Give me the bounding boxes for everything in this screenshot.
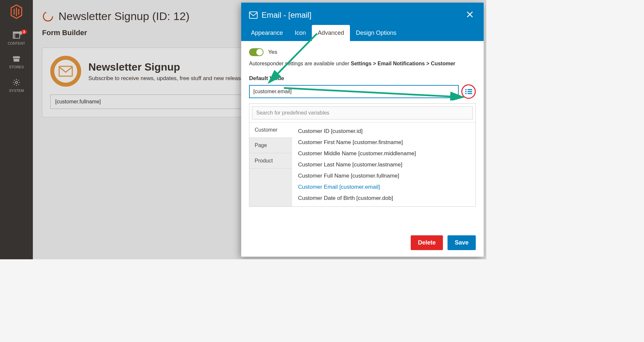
panel-title-text: Email - [email] [262, 11, 311, 20]
variable-category-page[interactable]: Page [249, 138, 292, 153]
magento-logo[interactable] [9, 4, 24, 20]
variable-item[interactable]: Customer ID [customer.id] [298, 126, 470, 137]
sidebar-item-content[interactable]: CONTENT 3 [0, 26, 33, 50]
svg-rect-8 [468, 89, 472, 90]
svg-point-7 [465, 89, 467, 90]
variables-list-button[interactable] [461, 84, 476, 99]
help-text: Autoresponder settings are available und… [249, 61, 476, 67]
default-value-row [249, 84, 476, 99]
field-settings-panel: Email - [email] Appearance Icon Advanced… [241, 3, 484, 257]
panel-title: Email - [email] [249, 11, 311, 20]
svg-point-3 [15, 81, 18, 84]
variable-item[interactable]: Customer Last Name [customer.lastname] [298, 159, 470, 170]
delete-button[interactable]: Delete [411, 235, 443, 250]
panel-footer: Delete Save [241, 229, 484, 257]
help-text-pre: Autoresponder settings are available und… [249, 61, 351, 66]
variable-category-product[interactable]: Product [249, 153, 292, 169]
variable-item[interactable]: Customer Full Name [customer.fullname] [298, 170, 470, 182]
help-text-bold: Settings > Email Notifications > Custome… [351, 61, 455, 66]
panel-tabs: Appearance Icon Advanced Design Options [241, 25, 484, 41]
default-value-label: Default Value [249, 75, 476, 82]
list-icon [465, 89, 472, 95]
variable-search-wrap [249, 104, 475, 122]
variables-body: Customer Page Product Customer ID [custo… [249, 122, 475, 206]
svg-point-9 [465, 91, 467, 92]
panel-body: Yes Autoresponder settings are available… [241, 41, 484, 229]
gear-icon [12, 78, 21, 87]
toggle-label: Yes [268, 49, 277, 55]
default-value-input[interactable] [249, 85, 459, 98]
variable-list[interactable]: Customer ID [customer.id] Customer First… [292, 122, 475, 206]
variable-category-customer[interactable]: Customer [249, 122, 292, 138]
variable-search-input[interactable] [252, 106, 473, 119]
tab-icon[interactable]: Icon [289, 25, 312, 41]
magento-logo-icon [10, 4, 23, 19]
sidebar-item-label: STORES [9, 65, 24, 69]
variable-item[interactable]: Customer Prefix [customer.prefix] [298, 204, 470, 206]
envelope-icon [249, 11, 258, 19]
tab-advanced[interactable]: Advanced [312, 25, 350, 41]
variables-dropdown: Customer Page Product Customer ID [custo… [249, 103, 476, 207]
variable-item[interactable]: Customer Date of Birth [customer.dob] [298, 193, 470, 204]
variable-item[interactable]: Customer First Name [customer.firstname] [298, 137, 470, 148]
variable-item-selected[interactable]: Customer Email [customer.email] [298, 182, 470, 193]
tab-design-options[interactable]: Design Options [350, 25, 402, 41]
variable-categories: Customer Page Product [249, 122, 292, 206]
sidebar-item-label: CONTENT [8, 41, 25, 45]
save-button[interactable]: Save [448, 235, 476, 250]
svg-rect-12 [468, 93, 472, 94]
svg-point-11 [465, 93, 467, 94]
autoresponder-toggle-row: Yes [249, 48, 476, 56]
svg-rect-2 [13, 34, 15, 38]
panel-header: Email - [email] Appearance Icon Advanced… [241, 3, 484, 41]
close-icon [466, 11, 474, 18]
bell-icon [18, 31, 24, 36]
svg-rect-10 [468, 91, 472, 92]
close-button[interactable] [464, 9, 476, 22]
sidebar-item-label: SYSTEM [9, 89, 24, 93]
admin-sidebar: CONTENT 3 STORES SYSTEM [0, 0, 33, 259]
stores-icon [12, 54, 21, 63]
toggle-switch[interactable] [249, 48, 264, 56]
sidebar-item-system[interactable]: SYSTEM [0, 74, 33, 97]
sidebar-item-stores[interactable]: STORES [0, 50, 33, 74]
tab-appearance[interactable]: Appearance [245, 25, 289, 41]
variable-item[interactable]: Customer Middle Name [customer.middlenam… [298, 148, 470, 159]
svg-rect-6 [249, 12, 257, 18]
